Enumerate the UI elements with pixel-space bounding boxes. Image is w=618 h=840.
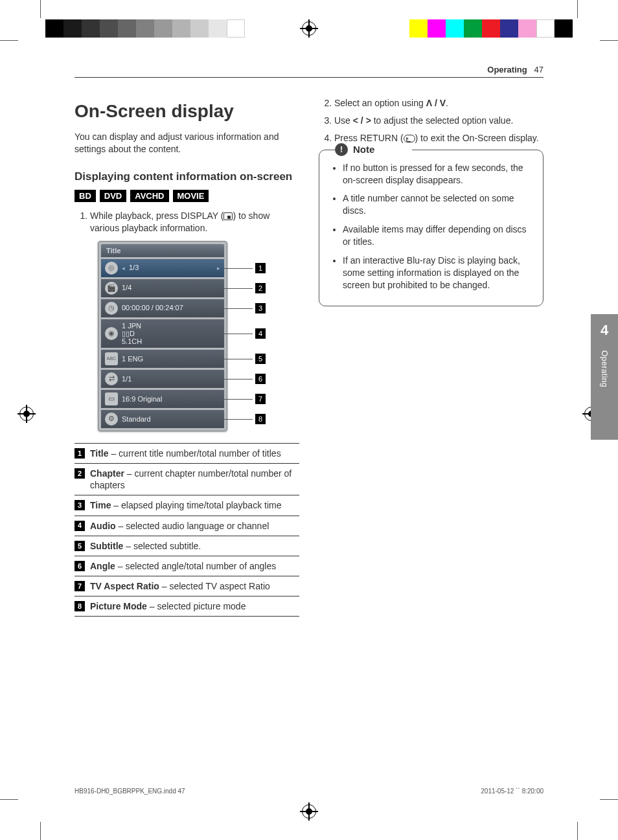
osd-row-time: ◷ 00:00:00 / 00:24:07 3: [101, 299, 224, 317]
leftright-icon: < / >: [353, 115, 371, 126]
note-item: If an interactive Blu-ray Disc is playin…: [343, 255, 532, 291]
steps-left: While playback, press DISPLAY () to show…: [74, 210, 299, 234]
side-tab-label: Operating: [600, 350, 609, 387]
picture-icon: ⚙: [105, 413, 118, 426]
note-item: A title number cannot be selected on som…: [343, 192, 532, 217]
header-section: Operating: [487, 65, 527, 74]
step-3: Use < / > to adjust the selected option …: [334, 115, 544, 127]
badge-bd: BD: [74, 190, 96, 202]
updown-icon: Λ / V: [426, 98, 446, 108]
display-icon: [223, 212, 233, 220]
angle-icon: ⇄: [105, 372, 118, 385]
legend-item: 4Audio – selected audio language or chan…: [74, 516, 299, 536]
legend-item: 5Subtitle – selected subtitle.: [74, 536, 299, 556]
osd-row-chapter: 🎬 1/4 2: [101, 279, 224, 297]
legend-item: 3Time – elapsed playing time/total playb…: [74, 495, 299, 516]
clapper-icon: 🎬: [105, 282, 118, 295]
osd-row-angle: ⇄ 1/1 6: [101, 370, 224, 388]
running-head: Operating 47: [74, 65, 544, 78]
return-icon: [404, 135, 415, 142]
steps-right: Select an option using Λ / V. Use < / > …: [319, 97, 544, 144]
registration-mark-icon: [302, 804, 316, 819]
legend-item: 2Chapter – current chapter number/total …: [74, 464, 299, 495]
grayscale-bar: [45, 19, 245, 38]
note-item: If no button is pressed for a few second…: [343, 162, 532, 187]
osd-row-picture: ⚙ Standard 8: [101, 410, 224, 428]
registration-mark-icon: [19, 407, 34, 421]
side-tab: 4 Operating: [591, 314, 618, 440]
audio-icon: ◉: [105, 327, 118, 340]
color-bar: [409, 19, 573, 38]
section-heading: Displaying content information on-screen: [74, 170, 299, 185]
legend-item: 7TV Aspect Ratio – selected TV aspect Ra…: [74, 576, 299, 596]
registration-mark-icon: [302, 21, 316, 36]
badge-movie: MOVIE: [173, 190, 209, 202]
footer-right: 2011-05-12 `` 8:20:00: [481, 788, 544, 795]
osd-row-ratio: ▭ 16:9 Original 7: [101, 390, 224, 408]
ratio-icon: ▭: [105, 392, 118, 405]
intro-text: You can display and adjust various infor…: [74, 131, 299, 155]
osd-row-audio: ◉ 1 JPN ▯▯D 5.1CH 4: [101, 319, 224, 348]
step-2: Select an option using Λ / V.: [334, 97, 544, 109]
disc-icon: ◎: [105, 262, 118, 275]
badge-dvd: DVD: [100, 190, 126, 202]
step-1: While playback, press DISPLAY () to show…: [90, 210, 299, 234]
note-heading: ! Note: [335, 143, 412, 156]
header-page: 47: [534, 65, 544, 74]
osd-title: Title: [101, 244, 224, 257]
page-title: On-Screen display: [74, 101, 299, 122]
badge-avchd: AVCHD: [130, 190, 168, 202]
info-icon: !: [335, 143, 348, 156]
footer: HB916-DH0_BGBRPPK_ENG.indd 47 2011-05-12…: [74, 788, 544, 795]
osd-row-title: ◎ ◂ 1/3 ▸ 1: [101, 259, 224, 277]
media-badges: BD DVD AVCHD MOVIE: [74, 190, 299, 202]
side-tab-number: 4: [601, 322, 608, 339]
footer-left: HB916-DH0_BGBRPPK_ENG.indd 47: [74, 788, 185, 795]
legend-list: 1Title – current title number/total numb…: [74, 443, 299, 617]
clock-icon: ◷: [105, 302, 118, 315]
subtitle-icon: ABC: [105, 352, 118, 365]
osd-row-subtitle: ABC 1 ENG 5: [101, 350, 224, 368]
legend-item: 1Title – current title number/total numb…: [74, 443, 299, 464]
note-item: Available items may differ depending on …: [343, 223, 532, 248]
legend-item: 8Picture Mode – selected picture mode: [74, 596, 299, 617]
legend-item: 6Angle – selected angle/total number of …: [74, 556, 299, 576]
note-box: ! Note If no button is pressed for a few…: [319, 150, 544, 306]
osd-screenshot: Title ◎ ◂ 1/3 ▸ 1 🎬 1/4 2 ◷: [98, 241, 273, 431]
